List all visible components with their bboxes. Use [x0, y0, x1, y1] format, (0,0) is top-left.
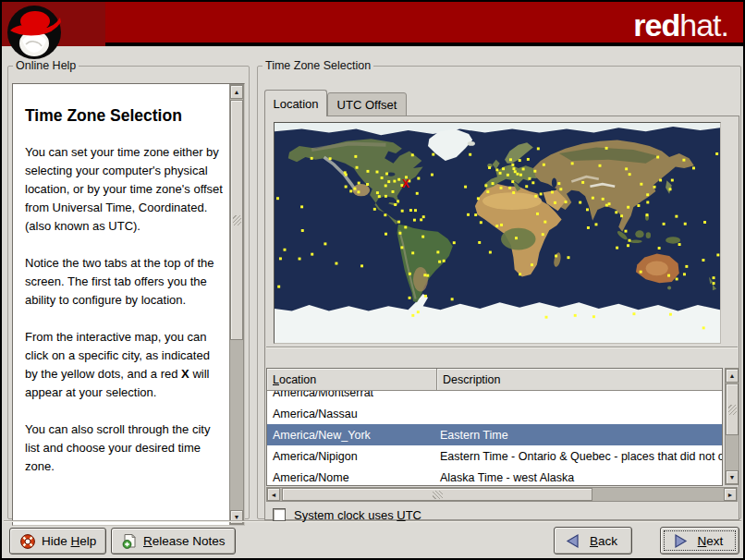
- location-tab-page: X Location Description America/Montserra…: [264, 116, 739, 520]
- scroll-up-arrow-icon[interactable]: ▲: [230, 85, 243, 99]
- redhat-shadowman-icon: [6, 4, 63, 61]
- svg-text:X: X: [402, 177, 409, 190]
- tab-utc-offset[interactable]: UTC Offset: [327, 92, 407, 116]
- help-scrollbar-thumb[interactable]: [230, 100, 243, 340]
- help-viewport: Time Zone Selection You can set your tim…: [12, 83, 245, 526]
- help-paragraph: You can also scroll through the city lis…: [25, 420, 223, 476]
- timezone-list: America/MontserratAmerica/NassauAmerica/…: [267, 391, 722, 485]
- table-vscrollbar-thumb[interactable]: [726, 383, 739, 435]
- table-row[interactable]: America/NipigonEastern Time - Ontario & …: [267, 445, 722, 467]
- help-paragraph: You can set your time zone either by sel…: [25, 143, 223, 236]
- scroll-left-arrow-icon[interactable]: ◄: [267, 488, 280, 501]
- next-button[interactable]: Next: [660, 527, 739, 554]
- utc-checkbox[interactable]: [273, 508, 286, 521]
- table-row[interactable]: America/NomeAlaska Time - west Alaska: [267, 467, 722, 485]
- timezone-selection-frame: Time Zone Selection Location UTC Offset: [257, 59, 741, 519]
- online-help-frame: Online Help Time Zone Selection You can …: [7, 59, 250, 519]
- utc-checkbox-row[interactable]: System clock uses UTC: [273, 505, 421, 524]
- next-label: Next: [693, 534, 727, 548]
- table-header: Location Description: [267, 369, 722, 391]
- header-banner: redhat.: [2, 2, 743, 46]
- help-paragraph: From the interactive map, you can click …: [25, 328, 223, 402]
- hide-help-label: Hide Help: [42, 534, 96, 548]
- timezone-table: Location Description America/MontserratA…: [266, 368, 723, 486]
- next-arrow-icon: [672, 533, 688, 549]
- release-notes-button[interactable]: Release Notes: [111, 528, 236, 554]
- hide-help-button[interactable]: Hide Help: [9, 528, 106, 554]
- utc-checkbox-label: System clock uses UTC: [294, 508, 421, 522]
- selected-city-marker: X: [402, 177, 409, 190]
- help-text: Time Zone Selection You can set your tim…: [13, 84, 228, 525]
- release-notes-icon: [121, 533, 138, 550]
- help-title: Time Zone Selection: [25, 106, 223, 126]
- release-notes-label: Release Notes: [143, 534, 226, 548]
- timezone-frame-label: Time Zone Selection: [263, 59, 373, 72]
- back-arrow-icon: [566, 533, 581, 549]
- table-horizontal-scrollbar[interactable]: ◄ ►: [266, 487, 738, 502]
- anaconda-installer-window: redhat. Online Help Time Zone Selection …: [0, 0, 745, 560]
- scroll-right-arrow-icon[interactable]: ►: [724, 488, 737, 501]
- back-button[interactable]: Back: [554, 527, 632, 554]
- wordmark-bold: red: [633, 7, 679, 43]
- map-separator: [266, 347, 738, 348]
- tab-location[interactable]: Location: [264, 90, 327, 116]
- table-hscrollbar-thumb[interactable]: [282, 488, 592, 501]
- back-label: Back: [587, 534, 620, 548]
- help-paragraphs: You can set your time zone either by sel…: [25, 143, 223, 476]
- help-paragraph: Notice the two tabs at the top of the sc…: [25, 254, 223, 310]
- redhat-wordmark: redhat.: [633, 7, 728, 43]
- column-header-location[interactable]: Location: [267, 369, 437, 391]
- table-vertical-scrollbar[interactable]: ▲ ▼: [725, 368, 739, 485]
- help-scrollbar[interactable]: ▲ ▼: [229, 84, 244, 525]
- online-help-label: Online Help: [13, 59, 79, 72]
- life-preserver-icon: [19, 533, 36, 550]
- table-row[interactable]: America/Montserrat: [267, 391, 722, 403]
- table-viewport: America/MontserratAmerica/NassauAmerica/…: [267, 391, 722, 485]
- wordmark-light: hat.: [679, 7, 728, 43]
- table-row[interactable]: America/New_YorkEastern Time: [267, 424, 722, 445]
- scroll-down-arrow-icon[interactable]: ▼: [726, 470, 739, 484]
- column-header-description[interactable]: Description: [437, 369, 722, 391]
- table-row[interactable]: America/Nassau: [267, 403, 722, 424]
- scroll-up-arrow-icon[interactable]: ▲: [726, 369, 739, 383]
- world-map[interactable]: X: [274, 122, 721, 344]
